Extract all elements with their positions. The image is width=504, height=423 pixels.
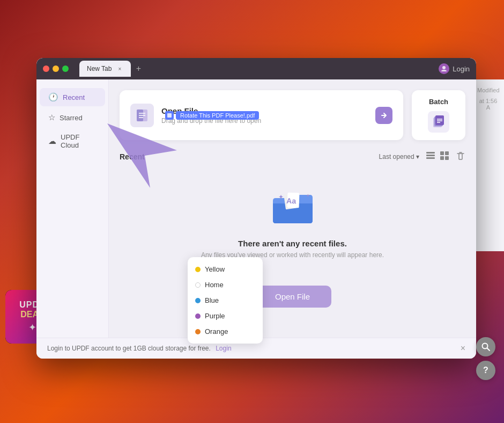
titlebar: New Tab × + Login bbox=[36, 58, 476, 79]
sidebar-item-starred-label: Starred bbox=[60, 114, 83, 122]
open-file-button[interactable]: Open File bbox=[254, 286, 331, 308]
svg-rect-18 bbox=[440, 156, 444, 160]
dropdown-label-home: Home bbox=[205, 281, 224, 289]
dropdown-item-home[interactable]: Home bbox=[188, 277, 263, 293]
dropdown-label-orange: Orange bbox=[205, 327, 228, 336]
color-dot-yellow bbox=[195, 267, 201, 272]
svg-text:Aa: Aa bbox=[286, 196, 296, 206]
star-icon: ☆ bbox=[48, 113, 55, 122]
svg-line-27 bbox=[487, 348, 490, 351]
empty-title: There aren't any recent files. bbox=[238, 239, 347, 248]
list-view-icon[interactable] bbox=[426, 151, 435, 163]
batch-title: Batch bbox=[429, 98, 448, 106]
svg-rect-6 bbox=[167, 113, 172, 118]
maximize-button[interactable] bbox=[62, 65, 69, 72]
help-fab[interactable]: ? bbox=[476, 361, 495, 380]
folder-illustration: Aa ✦ ✦ bbox=[269, 187, 317, 230]
dropdown-item-yellow[interactable]: Yellow bbox=[188, 261, 263, 277]
dropdown-item-orange[interactable]: Orange bbox=[188, 324, 263, 339]
fab-container: ? bbox=[476, 337, 495, 380]
main-panel: Open File Drag and drop the file here to… bbox=[109, 79, 476, 338]
color-dot-none bbox=[195, 282, 201, 288]
sidebar-item-recent[interactable]: 🕐 Recent bbox=[40, 88, 105, 106]
bottom-bar-text: Login to UPDF account to get 1GB cloud s… bbox=[47, 345, 232, 352]
tab-bar: New Tab × + bbox=[79, 58, 144, 79]
sort-button[interactable]: Last opened ▾ bbox=[379, 153, 419, 161]
dropdown-item-blue[interactable]: Blue bbox=[188, 293, 263, 308]
svg-text:✦: ✦ bbox=[278, 193, 284, 201]
empty-state: Aa ✦ ✦ There aren't any recent files. An… bbox=[120, 171, 465, 275]
clock-icon: 🕐 bbox=[48, 92, 58, 102]
svg-point-0 bbox=[442, 66, 446, 69]
sidebar: 🕐 Recent ☆ Starred ☁ UPDF Cloud bbox=[36, 79, 109, 338]
dropdown-label-blue: Blue bbox=[205, 296, 219, 304]
sidebar-item-cloud[interactable]: ☁ UPDF Cloud bbox=[40, 129, 105, 154]
bottom-login-link[interactable]: Login bbox=[216, 345, 231, 352]
svg-rect-14 bbox=[426, 155, 435, 156]
search-fab[interactable] bbox=[476, 337, 495, 356]
batch-card[interactable]: Batch bbox=[412, 90, 465, 140]
delete-icon[interactable] bbox=[456, 151, 465, 163]
close-button[interactable] bbox=[43, 65, 49, 72]
svg-rect-15 bbox=[426, 157, 435, 159]
dropdown-item-purple[interactable]: Purple bbox=[188, 308, 263, 324]
batch-icon bbox=[428, 111, 449, 133]
view-toggle bbox=[426, 151, 449, 163]
close-banner-icon[interactable]: × bbox=[461, 344, 465, 353]
user-avatar bbox=[439, 63, 449, 74]
login-label: Login bbox=[453, 65, 470, 73]
open-arrow-button[interactable] bbox=[375, 107, 392, 124]
file-icon bbox=[130, 104, 154, 127]
color-dot-blue bbox=[195, 298, 201, 303]
dropdown-menu: Yellow Home Blue Purple Orange bbox=[188, 257, 263, 344]
tab-new[interactable]: New Tab × bbox=[79, 61, 131, 77]
svg-rect-16 bbox=[440, 151, 444, 155]
open-file-card[interactable]: Open File Drag and drop the file here to… bbox=[120, 90, 403, 140]
svg-rect-13 bbox=[426, 152, 435, 154]
svg-rect-19 bbox=[445, 156, 449, 160]
dropdown-label-purple: Purple bbox=[205, 312, 225, 320]
color-dot-orange bbox=[195, 329, 201, 334]
file-tag: Rotate This PDF Please!.pdf bbox=[176, 111, 259, 120]
recent-header: Recent Last opened ▾ bbox=[120, 151, 465, 163]
svg-rect-17 bbox=[445, 151, 449, 155]
sidebar-item-recent-label: Recent bbox=[63, 93, 85, 101]
recent-controls: Last opened ▾ bbox=[379, 151, 465, 163]
svg-text:✦: ✦ bbox=[306, 193, 310, 198]
tab-close-icon[interactable]: × bbox=[116, 65, 123, 72]
login-button[interactable]: Login bbox=[439, 63, 470, 74]
traffic-lights bbox=[43, 65, 69, 72]
sidebar-item-starred[interactable]: ☆ Starred bbox=[40, 108, 105, 127]
cloud-icon: ☁ bbox=[48, 136, 56, 146]
right-panel: Modified at 1:56 A bbox=[472, 79, 504, 251]
tab-label: New Tab bbox=[87, 65, 112, 72]
svg-rect-9 bbox=[435, 115, 444, 125]
sidebar-item-cloud-label: UPDF Cloud bbox=[61, 133, 97, 149]
new-tab-button[interactable]: + bbox=[133, 63, 144, 74]
recent-title: Recent bbox=[120, 152, 145, 161]
color-dot-purple bbox=[195, 313, 201, 319]
minimize-button[interactable] bbox=[53, 65, 59, 72]
grid-view-icon[interactable] bbox=[440, 151, 449, 163]
top-row: Open File Drag and drop the file here to… bbox=[120, 90, 465, 140]
dropdown-label-yellow: Yellow bbox=[205, 265, 225, 273]
